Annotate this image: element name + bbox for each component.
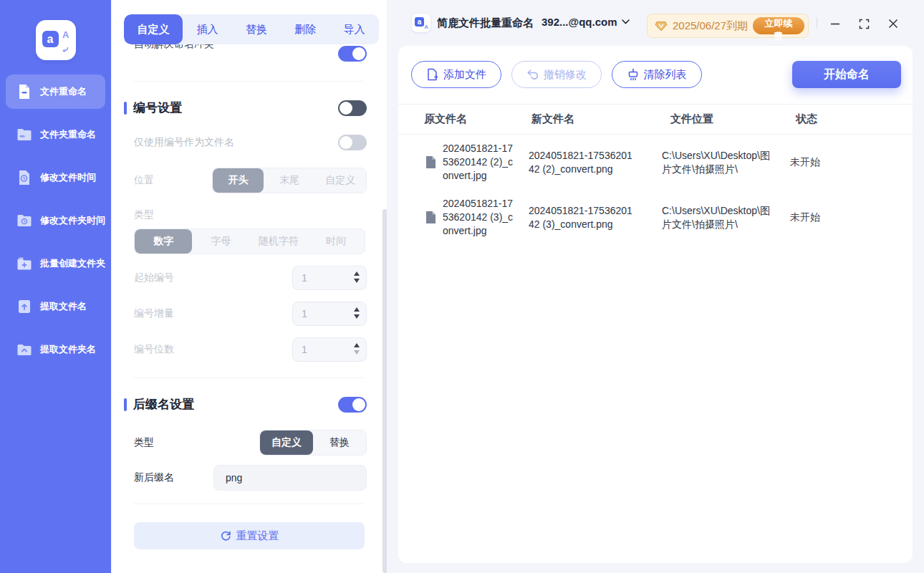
maximize-icon [859, 19, 870, 29]
sidebar-item-label: 文件重命名 [40, 85, 87, 98]
renew-button[interactable]: 立即续费 [753, 17, 804, 34]
sidebar-item-batch-create-folder[interactable]: 批量创建文件夹 [6, 246, 105, 281]
header-original-name: 原文件名 [424, 112, 467, 126]
sidebar-item-label: 文件夹重命名 [40, 128, 96, 141]
type-option-time[interactable]: 时间 [307, 229, 365, 254]
start-number-stepper [292, 266, 367, 290]
maximize-button[interactable] [857, 19, 870, 29]
new-filename: 2024051821-1753620142 (3)_convert.png [529, 204, 637, 231]
app-title: 简鹿文件批量重命名 [437, 16, 534, 30]
settings-tabs: 自定义 插入 替换 删除 导入 [124, 14, 379, 44]
increment-label: 编号增量 [134, 307, 174, 320]
conflict-toggle[interactable] [338, 46, 367, 62]
original-filename: 2024051821-1753620142 (3)_convert.jpg [443, 197, 516, 238]
undo-button[interactable]: 撤销修改 [511, 61, 602, 88]
type-option-random[interactable]: 随机字符 [250, 229, 307, 254]
close-button[interactable] [887, 19, 900, 29]
sidebar-item-extract-foldername[interactable]: 提取文件夹名 [6, 332, 105, 367]
position-option-start[interactable]: 开头 [213, 168, 264, 193]
add-files-button[interactable]: 添加文件 [411, 61, 501, 88]
only-number-toggle[interactable] [338, 135, 367, 150]
table-header: 原文件名 新文件名 文件位置 状态 [398, 104, 913, 135]
stepper-down-icon[interactable] [354, 350, 360, 355]
stepper-up-icon[interactable] [354, 307, 360, 312]
sidebar-item-label: 提取文件夹名 [40, 343, 96, 356]
license-badge[interactable]: 2025/06/27到期 立即续费 [647, 14, 809, 38]
tab-delete[interactable]: 删除 [281, 14, 329, 44]
file-icon [425, 211, 438, 224]
numbering-title: 编号设置 [133, 100, 338, 116]
tab-import[interactable]: 导入 [330, 14, 379, 44]
stepper-down-icon[interactable] [354, 279, 360, 283]
file-export-icon [15, 297, 34, 316]
suffix-type-segment: 自定义 替换 [259, 430, 367, 456]
file-icon [425, 155, 438, 169]
settings-panel: 自定义 插入 替换 删除 导入 自动解决命名冲突 编号设置 仅使用编号作为文件名… [111, 0, 387, 573]
start-number-label: 起始编号 [134, 271, 174, 284]
divider [133, 81, 364, 82]
file-clock-icon [15, 168, 34, 187]
new-suffix-input[interactable] [213, 465, 367, 491]
suffix-section-header: 后缀名设置 [124, 396, 378, 413]
new-suffix-label: 新后缀名 [134, 471, 174, 484]
position-option-custom[interactable]: 自定义 [315, 168, 366, 193]
numbering-toggle[interactable] [338, 100, 367, 116]
stepper-up-icon[interactable] [354, 271, 360, 276]
vip-gem-icon [655, 20, 668, 32]
suffix-type-label: 类型 [134, 436, 154, 449]
logo-A-icon: A [62, 29, 69, 40]
increment-stepper [292, 302, 367, 326]
table-row[interactable]: 2024051821-1753620142 (3)_convert.jpg 20… [398, 190, 913, 245]
clear-list-label: 清除列表 [644, 68, 687, 82]
account-menu[interactable]: 392...@qq.com [542, 16, 630, 28]
suffix-type-row: 类型 自定义 替换 [124, 430, 378, 456]
type-option-number[interactable]: 数字 [135, 229, 192, 254]
close-icon [888, 19, 898, 29]
sidebar-item-folder-rename[interactable]: 文件夹重命名 [6, 117, 105, 152]
type-option-letter[interactable]: 字母 [192, 229, 249, 254]
number-type-label: 类型 [134, 208, 154, 220]
start-rename-button[interactable]: 开始命名 [792, 61, 901, 88]
folder-plus-icon [15, 254, 34, 273]
only-number-label: 仅使用编号作为文件名 [134, 136, 234, 149]
digits-row: 编号位数 [124, 337, 378, 362]
divider [133, 504, 364, 504]
new-filename: 2024051821-1753620142 (2)_convert.png [529, 149, 637, 176]
tab-custom[interactable]: 自定义 [124, 14, 183, 44]
sidebar-item-file-rename[interactable]: 文件重命名 [6, 74, 105, 109]
stepper-down-icon[interactable] [354, 314, 360, 319]
minimize-button[interactable] [829, 19, 842, 29]
license-expiry: 2025/06/27到期 [673, 19, 748, 33]
sidebar-item-folder-time[interactable]: 修改文件夹时间 [6, 203, 105, 238]
table-row[interactable]: 2024051821-1753620142 (2)_convert.jpg 20… [398, 135, 913, 190]
tab-insert[interactable]: 插入 [183, 14, 231, 44]
sidebar-item-file-time[interactable]: 修改文件时间 [6, 160, 105, 195]
clear-broom-icon [627, 68, 639, 81]
suffix-toggle[interactable] [338, 397, 367, 413]
folder-clock-icon [15, 211, 34, 230]
position-option-end[interactable]: 末尾 [264, 168, 314, 193]
status-label: 未开始 [790, 155, 820, 169]
add-file-icon [426, 68, 438, 81]
main-panel: aA 简鹿文件批量重命名 392...@qq.com 2025/06/27到期 … [387, 0, 924, 573]
reset-settings-button[interactable]: 重置设置 [134, 522, 365, 549]
minimize-icon [830, 19, 840, 29]
suffix-option-replace[interactable]: 替换 [313, 430, 366, 455]
tab-replace[interactable]: 替换 [232, 14, 281, 44]
sidebar-item-extract-filename[interactable]: 提取文件名 [6, 289, 105, 324]
increment-row: 编号增量 [124, 302, 378, 326]
sidebar-item-label: 修改文件夹时间 [40, 214, 105, 227]
reset-icon [220, 530, 231, 541]
position-label: 位置 [134, 174, 154, 187]
type-label-row: 类型 [124, 208, 378, 221]
sidebar-item-label: 修改文件时间 [40, 171, 96, 184]
titlebar-divider [817, 17, 817, 29]
suffix-option-custom[interactable]: 自定义 [260, 430, 313, 455]
settings-scroll-area: 自动解决命名冲突 编号设置 仅使用编号作为文件名 位置 开头 末尾 自定义 类型… [124, 44, 378, 573]
position-row: 位置 开头 末尾 自定义 [124, 168, 378, 193]
clear-list-button[interactable]: 清除列表 [612, 61, 702, 88]
folder-rename-icon [15, 125, 34, 144]
undo-icon [526, 69, 539, 80]
stepper-up-icon[interactable] [354, 343, 360, 347]
file-rename-icon [15, 82, 34, 101]
